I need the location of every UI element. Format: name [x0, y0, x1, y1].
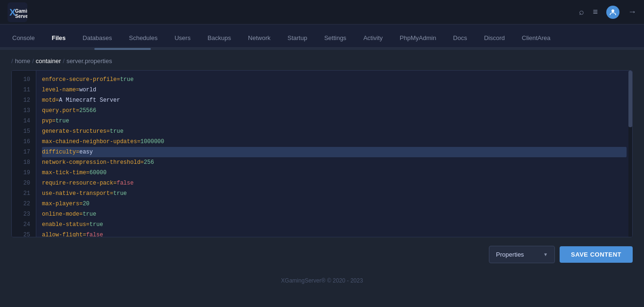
- tab-startup[interactable]: Startup: [279, 29, 316, 48]
- code-line-10[interactable]: enforce-secure-profile=true: [42, 74, 627, 85]
- code-line-19[interactable]: max-tick-time=60000: [42, 168, 627, 178]
- code-line-12[interactable]: motd=A Minecraft Server: [42, 95, 627, 105]
- tab-backups[interactable]: Backups: [199, 29, 239, 48]
- code-val-11: world: [79, 85, 96, 95]
- code-key-14: pvp=: [42, 116, 56, 126]
- properties-dropdown[interactable]: Properties ▼: [489, 246, 555, 263]
- code-key-19: max-tick-time=: [42, 168, 90, 178]
- code-line-14[interactable]: pvp=true: [42, 116, 627, 126]
- properties-label: Properties: [496, 251, 524, 258]
- code-key-21: use-native-transport=: [42, 188, 113, 199]
- code-line-11[interactable]: level-name=world: [42, 85, 627, 95]
- code-val-12: A Minecraft Server: [59, 95, 120, 105]
- code-val-22: 20: [83, 199, 89, 209]
- page-footer: XGamingServer® © 2020 - 2023: [0, 272, 644, 290]
- breadcrumb-container[interactable]: container: [36, 57, 61, 65]
- topbar: X Gaming Server ⌕ ≡ →: [0, 0, 644, 24]
- line-number-12: 12: [16, 95, 30, 105]
- tab-users[interactable]: Users: [166, 29, 199, 48]
- code-line-22[interactable]: max-players=20: [42, 199, 627, 209]
- logout-icon[interactable]: →: [628, 7, 636, 17]
- code-line-24[interactable]: enable-status=true: [42, 219, 627, 230]
- code-key-13: query.port=: [42, 105, 79, 116]
- tab-databases[interactable]: Databases: [74, 29, 120, 48]
- line-number-18: 18: [16, 157, 30, 168]
- code-line-17[interactable]: difficulty=easy: [42, 147, 627, 157]
- nav-tabs: Console Files Databases Schedules Users …: [0, 24, 644, 48]
- line-number-17: 17: [16, 147, 30, 157]
- code-val-20: false: [116, 178, 133, 188]
- search-icon[interactable]: ⌕: [579, 7, 584, 17]
- code-val-25: false: [86, 230, 103, 237]
- code-content[interactable]: enforce-secure-profile=truelevel-name=wo…: [36, 71, 632, 237]
- line-number-24: 24: [16, 219, 30, 230]
- breadcrumb-sep-1: /: [32, 57, 34, 65]
- code-key-11: level-name=: [42, 85, 79, 95]
- code-editor[interactable]: 10111213141516171819202122232425 enforce…: [12, 71, 632, 237]
- code-val-21: true: [113, 188, 127, 199]
- tab-files[interactable]: Files: [43, 29, 74, 48]
- line-number-23: 23: [16, 209, 30, 219]
- line-number-20: 20: [16, 178, 30, 188]
- line-numbers: 10111213141516171819202122232425: [12, 71, 36, 237]
- code-key-25: allow-flight=: [42, 230, 86, 237]
- code-line-25[interactable]: allow-flight=false: [42, 230, 627, 237]
- footer-actions: Properties ▼ SAVE CONTENT: [0, 237, 644, 272]
- breadcrumb-home[interactable]: home: [15, 57, 31, 65]
- tab-network[interactable]: Network: [239, 29, 279, 48]
- line-number-11: 11: [16, 85, 30, 95]
- tab-activity[interactable]: Activity: [355, 29, 391, 48]
- logo[interactable]: X Gaming Server: [8, 2, 27, 22]
- code-val-15: true: [110, 126, 124, 137]
- copyright-text: XGamingServer® © 2020 - 2023: [281, 277, 363, 284]
- tab-discord[interactable]: Discord: [476, 29, 513, 48]
- tab-console[interactable]: Console: [4, 29, 43, 48]
- code-key-12: motd=: [42, 95, 59, 105]
- code-line-15[interactable]: generate-structures=true: [42, 126, 627, 137]
- logo-icon: X Gaming Server: [8, 2, 27, 22]
- tab-clientarea[interactable]: ClientArea: [513, 29, 559, 48]
- line-number-22: 22: [16, 199, 30, 209]
- code-val-24: true: [90, 219, 103, 230]
- layers-icon[interactable]: ≡: [593, 7, 598, 17]
- chevron-down-icon: ▼: [543, 252, 548, 257]
- code-line-20[interactable]: require-resource-pack=false: [42, 178, 627, 188]
- code-line-16[interactable]: max-chained-neighbor-updates=1000000: [42, 137, 627, 147]
- code-key-23: online-mode=: [42, 209, 83, 219]
- save-content-button[interactable]: SAVE CONTENT: [560, 246, 633, 263]
- svg-text:Server: Server: [15, 14, 27, 19]
- line-number-21: 21: [16, 188, 30, 199]
- code-key-22: max-players=: [42, 199, 83, 209]
- code-val-19: 60000: [90, 168, 107, 178]
- code-line-18[interactable]: network-compression-threshold=256: [42, 157, 627, 168]
- avatar[interactable]: [606, 6, 619, 19]
- line-number-14: 14: [16, 116, 30, 126]
- editor-scrollbar[interactable]: [628, 71, 632, 237]
- topbar-icons: ⌕ ≡ →: [579, 6, 636, 19]
- code-key-10: enforce-secure-profile=: [42, 74, 120, 85]
- code-key-15: generate-structures=: [42, 126, 110, 137]
- breadcrumb-file: server.properties: [66, 57, 112, 65]
- code-val-14: true: [56, 116, 69, 126]
- line-number-25: 25: [16, 230, 30, 237]
- code-val-10: true: [120, 74, 134, 85]
- code-val-16: 1000000: [140, 137, 164, 147]
- tab-docs[interactable]: Docs: [445, 29, 476, 48]
- code-key-16: max-chained-neighbor-updates=: [42, 137, 140, 147]
- breadcrumb-sep-2: /: [63, 57, 65, 65]
- code-line-13[interactable]: query.port=25566: [42, 105, 627, 116]
- editor-scrollbar-thumb[interactable]: [628, 71, 632, 127]
- code-val-18: 256: [144, 157, 154, 168]
- code-key-20: require-resource-pack=: [42, 178, 116, 188]
- breadcrumb: / home / container / server.properties: [0, 50, 644, 70]
- tab-settings[interactable]: Settings: [316, 29, 355, 48]
- tab-phpmyadmin[interactable]: PhpMyAdmin: [391, 29, 445, 48]
- code-line-21[interactable]: use-native-transport=true: [42, 188, 627, 199]
- code-key-24: enable-status=: [42, 219, 90, 230]
- line-number-10: 10: [16, 74, 30, 85]
- breadcrumb-sep-0: /: [11, 57, 13, 65]
- code-key-18: network-compression-threshold=: [42, 157, 144, 168]
- code-key-17: difficulty=: [42, 147, 79, 157]
- code-line-23[interactable]: online-mode=true: [42, 209, 627, 219]
- tab-schedules[interactable]: Schedules: [120, 29, 166, 48]
